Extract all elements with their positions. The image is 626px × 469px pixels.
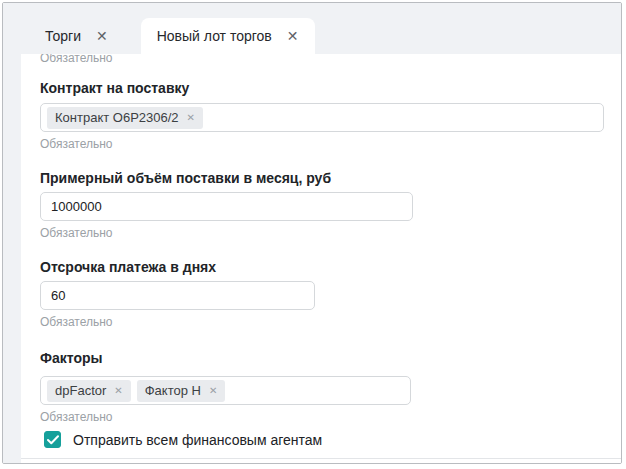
send-all-agents-checkbox[interactable] <box>44 431 61 448</box>
required-hint: Обязательно <box>40 137 621 151</box>
send-all-agents-label: Отправить всем финансовым агентам <box>73 432 322 448</box>
required-hint: Обязательно <box>40 315 621 329</box>
remove-tag-icon[interactable]: ✕ <box>209 386 217 396</box>
factor-tag-chip: dpFactor ✕ <box>47 380 131 402</box>
factor-tag-chip: Фактор Н ✕ <box>137 380 226 402</box>
tab-label: Торги <box>45 28 81 44</box>
tag-text: Контракт О6Р2306/2 <box>55 110 179 125</box>
app-window: Торги ✕ Новый лот торгов ✕ Обязательно К… <box>2 2 622 464</box>
tag-text: Фактор Н <box>145 383 201 398</box>
contract-tags-input[interactable]: Контракт О6Р2306/2 ✕ <box>40 103 604 132</box>
tab-torgi[interactable]: Торги ✕ <box>29 18 124 54</box>
send-all-agents-row: Отправить всем финансовым агентам <box>44 431 621 448</box>
close-tab-icon[interactable]: ✕ <box>287 29 299 43</box>
remove-tag-icon[interactable]: ✕ <box>187 113 195 123</box>
volume-input[interactable] <box>40 192 413 221</box>
bottom-divider <box>21 458 621 459</box>
required-hint: Обязательно <box>40 226 621 240</box>
factors-tags-input[interactable]: dpFactor ✕ Фактор Н ✕ <box>40 376 411 405</box>
factors-field-label: Факторы <box>40 350 621 366</box>
checkmark-icon <box>47 435 59 445</box>
contract-field-label: Контракт на поставку <box>40 80 621 96</box>
volume-field-label: Примерный объём поставки в месяц, руб <box>40 170 621 186</box>
form-panel: Обязательно Контракт на поставку Контрак… <box>21 54 621 463</box>
tab-label: Новый лот торгов <box>157 28 272 44</box>
required-hint: Обязательно <box>40 410 621 424</box>
close-tab-icon[interactable]: ✕ <box>96 29 108 43</box>
deferral-input[interactable] <box>40 281 315 310</box>
tab-new-lot[interactable]: Новый лот торгов ✕ <box>141 18 315 54</box>
contract-tag-chip: Контракт О6Р2306/2 ✕ <box>47 107 203 129</box>
tab-bar: Торги ✕ Новый лот торгов ✕ <box>3 3 621 54</box>
tag-text: dpFactor <box>55 383 106 398</box>
left-gutter <box>3 3 21 463</box>
remove-tag-icon[interactable]: ✕ <box>114 386 122 396</box>
deferral-field-label: Отсрочка платежа в днях <box>40 259 621 275</box>
